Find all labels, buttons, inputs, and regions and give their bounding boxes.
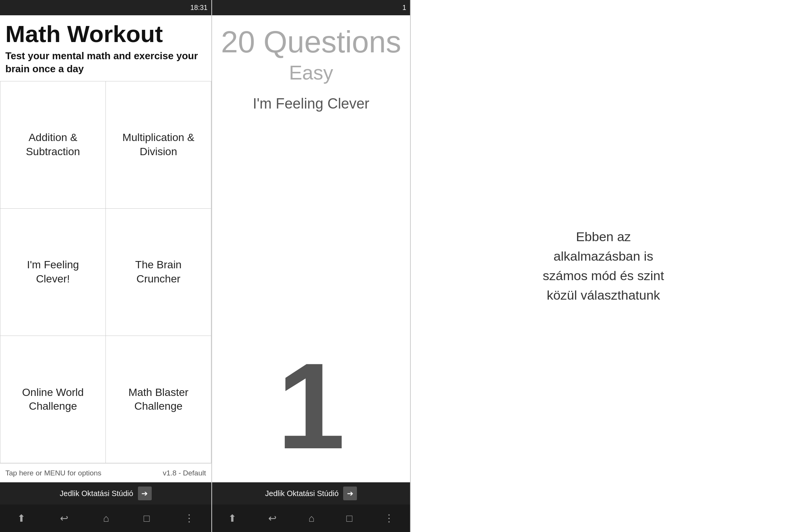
footer-right-text: v1.8 - Default: [163, 469, 206, 477]
menu-item-brain-cruncher[interactable]: The BrainCruncher: [106, 209, 211, 336]
nav-menu-icon-2[interactable]: ⋮: [384, 513, 394, 524]
left-status-time: 18:31: [190, 4, 208, 12]
nav-home-icon[interactable]: ⌂: [103, 513, 109, 524]
middle-ad-banner[interactable]: Jedlik Oktatási Stúdió ➔: [212, 482, 410, 504]
big-number-container: 1: [212, 120, 410, 482]
nav-home-icon-2[interactable]: ⌂: [308, 513, 315, 524]
big-number: 1: [277, 345, 345, 467]
menu-grid: Addition &Subtraction Multiplication &Di…: [0, 81, 211, 463]
right-status-time: 1: [402, 4, 406, 12]
nav-menu-icon[interactable]: ⋮: [184, 513, 194, 524]
left-ad-banner[interactable]: Jedlik Oktatási Stúdió ➔: [0, 482, 211, 504]
nav-back-icon-2[interactable]: ⬆: [228, 513, 237, 524]
footer-bar: Tap here or MENU for options v1.8 - Defa…: [0, 463, 211, 482]
menu-item-online-world[interactable]: Online WorldChallenge: [0, 336, 106, 463]
left-nav-bar: ⬆ ↩ ⌂ □ ⋮: [0, 504, 211, 532]
nav-recent-icon[interactable]: □: [144, 513, 150, 524]
left-ad-text: Jedlik Oktatási Stúdió: [60, 489, 133, 498]
left-status-bar: 18:31: [0, 0, 211, 15]
menu-item-feeling-clever[interactable]: I'm FeelingClever!: [0, 209, 106, 336]
nav-back-icon[interactable]: ⬆: [17, 513, 26, 524]
right-panel: Ebben az alkalmazásban is számos mód és …: [411, 0, 796, 532]
menu-item-math-blaster[interactable]: Math BlasterChallenge: [106, 336, 211, 463]
phone-left: 18:31 Math Workout Test your mental math…: [0, 0, 212, 532]
footer-left-text[interactable]: Tap here or MENU for options: [5, 469, 101, 477]
questions-title: 20 Questions: [212, 15, 410, 61]
phone-middle: 1 20 Questions Easy I'm Feeling Clever 1…: [212, 0, 411, 532]
nav-return-icon-2[interactable]: ↩: [268, 513, 277, 524]
mode-label: I'm Feeling Clever: [212, 92, 410, 120]
nav-recent-icon-2[interactable]: □: [346, 513, 352, 524]
right-panel-text: Ebben az alkalmazásban is számos mód és …: [538, 227, 668, 305]
middle-ad-arrow-icon: ➔: [343, 487, 357, 500]
menu-item-addition[interactable]: Addition &Subtraction: [0, 81, 106, 209]
ad-arrow-icon: ➔: [138, 487, 152, 500]
middle-ad-text: Jedlik Oktatási Stúdió: [265, 489, 339, 498]
middle-nav-bar: ⬆ ↩ ⌂ □ ⋮: [212, 504, 410, 532]
app-title: Math Workout: [0, 15, 211, 46]
menu-item-multiplication[interactable]: Multiplication &Division: [106, 81, 211, 209]
nav-return-icon[interactable]: ↩: [60, 513, 68, 524]
difficulty-label: Easy: [212, 61, 410, 92]
app-subtitle: Test your mental math and exercise your …: [0, 46, 211, 81]
right-status-bar: 1: [212, 0, 410, 15]
